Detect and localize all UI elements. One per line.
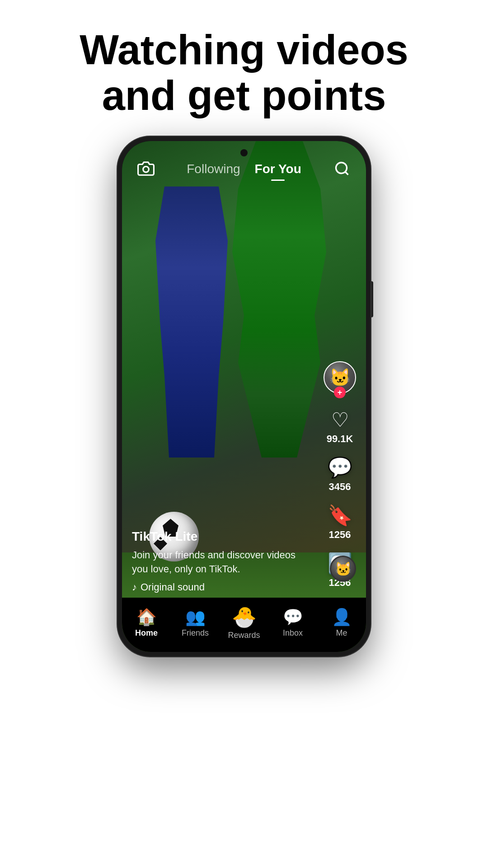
side-actions: 🐱 + ♡ 99.1K 💬 3456 🔖 1256 ↪️ (324, 361, 356, 589)
side-button (371, 281, 373, 317)
sound-row: ♪ Original sound (132, 581, 321, 593)
phone-screen: Following For You 🐱 + (122, 141, 366, 652)
green-player (221, 141, 338, 458)
music-disc: 🐱 (330, 556, 356, 582)
svg-line-2 (345, 172, 348, 175)
phone-shell: Following For You 🐱 + (117, 137, 371, 656)
music-note-icon: ♪ (132, 581, 137, 593)
svg-point-0 (143, 166, 149, 172)
heart-icon: ♡ (331, 408, 349, 431)
top-navigation: Following For You (122, 141, 366, 186)
like-action[interactable]: ♡ 99.1K (327, 408, 353, 445)
headline: Watching videos and get points (43, 0, 445, 137)
nav-inbox[interactable]: 💬 Inbox (268, 608, 317, 638)
bottom-navigation: 🏠 Home 👥 Friends 🐣 Rewards 💬 Inbox 👤 (122, 598, 366, 652)
home-icon: 🏠 (136, 608, 157, 627)
creator-avatar[interactable]: 🐱 + (324, 361, 356, 394)
headline-line1: Watching videos (80, 27, 408, 73)
svg-point-1 (336, 162, 347, 173)
inbox-icon: 💬 (283, 608, 303, 627)
nav-me[interactable]: 👤 Me (317, 608, 366, 638)
rewards-icon: 🐣 (232, 605, 257, 629)
nav-home[interactable]: 🏠 Home (122, 608, 171, 638)
search-icon[interactable] (331, 160, 353, 181)
nav-rewards[interactable]: 🐣 Rewards (220, 605, 268, 640)
channel-name: TikTok Lite (132, 529, 321, 544)
comment-action[interactable]: 💬 3456 (328, 456, 352, 493)
me-label: Me (336, 628, 347, 638)
nav-friends[interactable]: 👥 Friends (171, 608, 220, 638)
phone-mockup: Following For You 🐱 + (117, 137, 371, 656)
profile-icon: 👤 (332, 608, 352, 627)
follow-button[interactable]: + (334, 387, 346, 398)
bookmark-count: 1256 (329, 529, 351, 541)
headline-line2: and get points (102, 72, 386, 118)
rewards-label: Rewards (228, 631, 260, 640)
friends-label: Friends (182, 628, 209, 638)
disc-avatar: 🐱 (335, 561, 352, 577)
inbox-label: Inbox (283, 628, 303, 638)
camera-notch (240, 149, 248, 156)
camera-icon[interactable] (135, 160, 157, 181)
sound-name: Original sound (141, 581, 205, 593)
comment-icon: 💬 (328, 456, 352, 479)
friends-icon: 👥 (185, 608, 206, 627)
blue-player (146, 186, 237, 458)
like-count: 99.1K (327, 433, 353, 445)
bookmark-icon: 🔖 (328, 504, 352, 527)
tab-following[interactable]: Following (187, 162, 240, 179)
home-label: Home (135, 628, 158, 638)
comment-count: 3456 (329, 481, 351, 493)
bookmark-action[interactable]: 🔖 1256 (328, 504, 352, 541)
video-description: Join your friends and discover videosyou… (132, 548, 321, 576)
video-info: TikTok Lite Join your friends and discov… (132, 529, 321, 594)
nav-tabs: Following For You (187, 162, 301, 179)
tab-foryou[interactable]: For You (255, 162, 301, 179)
